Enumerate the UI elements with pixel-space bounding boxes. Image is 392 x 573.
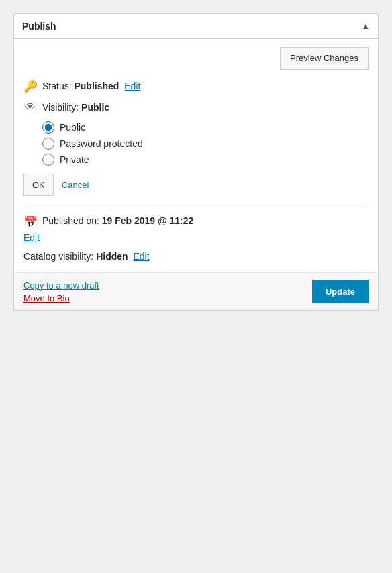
ok-cancel-row: OK Cancel [23, 174, 369, 196]
date-edit-link[interactable]: Edit [23, 232, 369, 243]
radio-public-input[interactable] [42, 121, 54, 134]
visibility-options: Public Password protected Private [23, 121, 369, 166]
preview-changes-button[interactable]: Preview Changes [280, 47, 369, 70]
status-edit-link[interactable]: Edit [124, 81, 140, 91]
ok-button[interactable]: OK [23, 174, 54, 196]
cancel-link[interactable]: Cancel [62, 180, 89, 190]
publish-date-label: Published on: 19 Feb 2019 @ 11:22 [42, 215, 193, 226]
visibility-row: 👁 Visibility: Public [23, 101, 369, 113]
visibility-label: Visibility: Public [42, 102, 109, 113]
preview-row: Preview Changes [23, 47, 369, 70]
radio-private-label: Private [60, 154, 89, 165]
move-bin-link[interactable]: Move to Bin [23, 293, 99, 303]
radio-password[interactable]: Password protected [42, 138, 369, 150]
publish-box: Publish ▲ Preview Changes 🔑 Status: Publ… [13, 13, 379, 311]
divider [23, 207, 369, 207]
publish-date-section: 📅 Published on: 19 Feb 2019 @ 11:22 Edit [23, 215, 369, 243]
radio-password-input[interactable] [42, 138, 54, 150]
catalog-edit-link[interactable]: Edit [134, 251, 150, 262]
catalog-label: Catalog visibility: Hidden Edit [23, 251, 150, 262]
footer-links: Copy to a new draft Move to Bin [23, 280, 99, 303]
copy-draft-link[interactable]: Copy to a new draft [23, 280, 99, 291]
radio-private-input[interactable] [42, 154, 54, 166]
collapse-icon[interactable]: ▲ [362, 21, 370, 31]
publish-date-row: 📅 Published on: 19 Feb 2019 @ 11:22 [23, 215, 369, 229]
radio-private[interactable]: Private [42, 154, 369, 166]
eye-icon: 👁 [23, 101, 37, 113]
key-icon: 🔑 [23, 79, 37, 93]
publish-header: Publish ▲ [14, 14, 378, 39]
publish-title: Publish [22, 21, 56, 32]
publish-body: Preview Changes 🔑 Status: Published Edit… [14, 39, 378, 262]
calendar-icon: 📅 [23, 215, 37, 229]
publish-footer: Copy to a new draft Move to Bin Update [14, 272, 378, 311]
status-label: Status: Published Edit [42, 81, 140, 91]
update-button[interactable]: Update [312, 280, 369, 304]
radio-password-label: Password protected [60, 138, 143, 149]
radio-public-label: Public [60, 122, 85, 133]
catalog-row: Catalog visibility: Hidden Edit [23, 251, 369, 262]
visibility-section: 👁 Visibility: Public Public Password pro… [23, 101, 369, 166]
radio-public[interactable]: Public [42, 121, 369, 134]
status-row: 🔑 Status: Published Edit [23, 79, 369, 93]
